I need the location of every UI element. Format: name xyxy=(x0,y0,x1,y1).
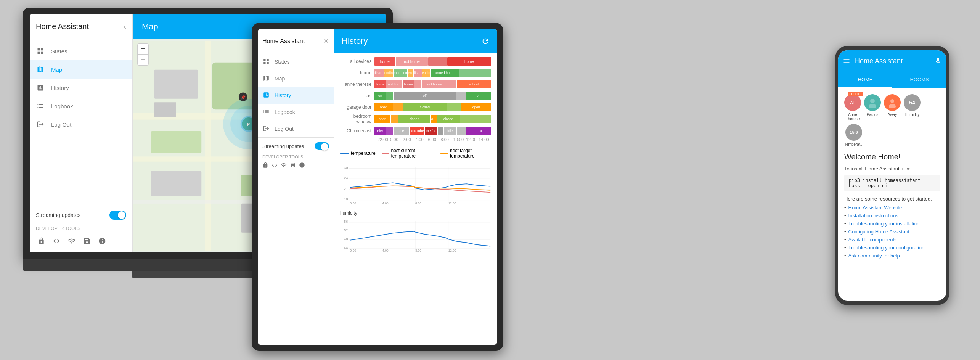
tbar xyxy=(428,57,447,66)
axis-1400: 14:00 xyxy=(479,137,491,142)
svg-rect-3 xyxy=(205,41,211,251)
legend-dot-temp xyxy=(340,153,349,154)
tbar: open xyxy=(374,115,390,123)
laptop-sidebar-header: Home Assistant ‹ xyxy=(30,14,132,39)
tablet-dev-info[interactable] xyxy=(299,162,305,169)
phone-nav-rooms[interactable]: ROOMS xyxy=(892,72,946,88)
tablet-history-header: History xyxy=(334,29,497,53)
tbar xyxy=(386,92,393,100)
logout-label: Log Out xyxy=(51,121,71,128)
tablet-screen: Home Assistant ✕ States Map xyxy=(258,29,497,345)
tablet-dev-save[interactable] xyxy=(290,162,296,169)
sidebar-item-history[interactable]: History xyxy=(30,79,132,97)
tablet-app-title: Home Assistant xyxy=(262,38,305,45)
humidity-value: 54 xyxy=(909,100,915,106)
tablet-dev-bell[interactable] xyxy=(262,162,268,169)
svg-rect-15 xyxy=(151,171,201,196)
tablet-streaming-toggle[interactable] xyxy=(315,142,329,150)
tablet-dev-code[interactable] xyxy=(272,162,278,169)
timeline-label-chromecast: Chromecast xyxy=(340,128,374,133)
tbar: pen... xyxy=(408,69,413,77)
streaming-row: Streaming updates xyxy=(36,211,126,220)
tablet-sidebar-history[interactable]: History xyxy=(258,87,334,104)
sidebar-collapse-icon[interactable]: ‹ xyxy=(124,22,126,31)
avatar-label-away: Away xyxy=(888,112,897,117)
link-configure-ha[interactable]: • Configuring Home Assistant xyxy=(844,229,940,235)
phone-bezel: Home Assistant HOME ROOMS AT SCH xyxy=(835,46,949,305)
axis-000: 0:00 xyxy=(390,137,403,142)
resources-title: Here are some resources to get started. xyxy=(844,196,940,202)
states-icon xyxy=(36,47,45,56)
phone-device: Home Assistant HOME ROOMS AT SCH xyxy=(835,46,949,305)
timeline-bars-anne-therese: home not ho... home not home school xyxy=(374,80,491,88)
dev-icon-save[interactable] xyxy=(82,236,92,246)
sensor-temp-circle: 15.6 xyxy=(845,124,862,141)
laptop-sidebar-bottom: Streaming updates Developer Tools xyxy=(30,204,132,252)
tablet-sidebar-map[interactable]: Map xyxy=(258,70,334,87)
tablet-states-label: States xyxy=(275,59,290,65)
history-label: History xyxy=(51,85,69,91)
tablet-sidebar-logout[interactable]: Log Out xyxy=(258,121,334,137)
sidebar-item-map[interactable]: Map xyxy=(30,60,132,79)
dev-icon-info[interactable] xyxy=(97,236,108,246)
tablet-map-icon xyxy=(262,75,270,82)
svg-text:📌: 📌 xyxy=(241,95,246,100)
tbar: Plex xyxy=(374,127,386,135)
avatar-circle-away xyxy=(884,94,901,111)
tbar: disar... xyxy=(374,69,384,77)
install-cmd1: pip3 install homeassistant xyxy=(849,178,936,183)
link-troubleshoot-install[interactable]: • Troubleshooting your installation xyxy=(844,221,940,227)
tbar: home xyxy=(374,57,395,66)
refresh-icon[interactable] xyxy=(481,37,490,45)
timeline-row-home: home disar... pending armed home pen... … xyxy=(340,68,491,78)
axis-1000: 10:00 xyxy=(453,137,466,142)
tablet-close-icon[interactable]: ✕ xyxy=(323,37,329,45)
streaming-toggle[interactable] xyxy=(109,211,126,220)
svg-text:18: 18 xyxy=(344,197,348,201)
zoom-out-button[interactable]: − xyxy=(138,55,148,65)
timeline-label-all-devices: all devices xyxy=(340,59,374,64)
link-community[interactable]: • Ask community for help xyxy=(844,253,940,259)
dev-icon-wifi[interactable] xyxy=(66,236,77,246)
tablet-states-icon xyxy=(262,58,270,66)
svg-text:12:00: 12:00 xyxy=(448,202,456,205)
tbar: off xyxy=(394,92,456,100)
sensor-humidity-circle: 54 xyxy=(904,94,921,111)
tbar xyxy=(438,127,443,135)
link-install-instructions[interactable]: • Installation instructions xyxy=(844,213,940,219)
install-subtitle: To install Home Assistant, run: xyxy=(844,166,940,172)
tablet-sidebar-logbook[interactable]: Logbook xyxy=(258,104,334,121)
axis-1200: 12:00 xyxy=(466,137,479,142)
map-header-title: Map xyxy=(142,22,158,32)
avatar-anne-therese-container: AT SCHOOL xyxy=(844,94,861,111)
svg-rect-9 xyxy=(151,131,201,153)
zoom-in-button[interactable]: + xyxy=(138,44,148,55)
svg-point-57 xyxy=(870,99,875,103)
link-troubleshoot-config[interactable]: • Troubleshooting your configuration xyxy=(844,245,940,251)
link-components[interactable]: • Available components xyxy=(844,237,940,243)
sidebar-item-logbook[interactable]: Logbook xyxy=(30,97,132,115)
svg-point-60 xyxy=(890,99,894,103)
phone-mic-icon[interactable] xyxy=(934,57,942,65)
tablet-dev-icons xyxy=(262,162,329,169)
svg-text:24: 24 xyxy=(344,176,348,180)
axis-2200: 22:00 xyxy=(378,137,390,142)
link-ha-website[interactable]: • Home Assistant Website xyxy=(844,205,940,211)
history-icon xyxy=(36,83,45,92)
map-icon xyxy=(36,65,45,74)
sidebar-item-states[interactable]: States xyxy=(30,42,132,60)
dev-icon-code[interactable] xyxy=(51,236,62,246)
tablet-sidebar-states[interactable]: States xyxy=(258,53,334,70)
phone-menu-icon[interactable] xyxy=(843,57,850,65)
svg-text:4:00: 4:00 xyxy=(382,249,389,252)
dev-icon-bell[interactable] xyxy=(36,236,47,246)
tbar: YouTube xyxy=(410,127,424,135)
tablet-dev-wifi[interactable] xyxy=(281,162,287,169)
timeline-label-garage: garage door xyxy=(340,104,374,110)
tbar: closed xyxy=(398,115,430,123)
tbar: home xyxy=(374,80,386,88)
tablet-map-label: Map xyxy=(275,76,285,82)
sidebar-item-logout[interactable]: Log Out xyxy=(30,115,132,133)
phone-nav-home[interactable]: HOME xyxy=(838,72,892,88)
tbar xyxy=(447,103,461,111)
